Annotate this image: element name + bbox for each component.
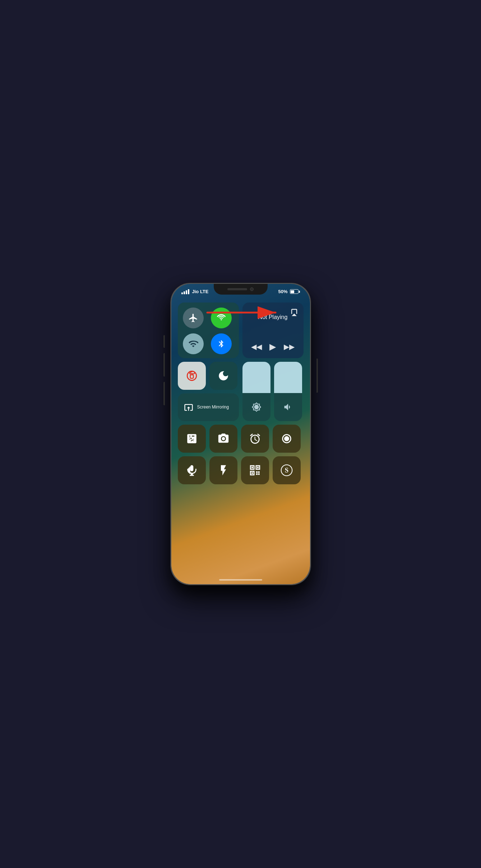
phone-frame: Jio LTE 50% <box>171 283 311 585</box>
app-row-2: S <box>178 456 304 484</box>
battery-icon <box>290 289 300 294</box>
phone-screen: Jio LTE 50% <box>171 284 310 584</box>
signal-bar-1 <box>181 292 183 294</box>
app-row-1 <box>178 425 304 453</box>
shazam-icon: S <box>281 464 293 476</box>
play-button[interactable]: ▶ <box>269 342 276 352</box>
flashlight-icon <box>217 464 230 476</box>
svg-text:S: S <box>285 466 288 474</box>
status-left: Jio LTE <box>181 289 209 294</box>
svg-rect-3 <box>190 375 193 378</box>
screen-record-icon <box>281 433 293 445</box>
airplay-icon[interactable] <box>289 307 299 317</box>
qr-scanner-icon <box>249 464 261 476</box>
battery-body <box>290 289 299 294</box>
battery-percentage: 50% <box>278 289 287 294</box>
moon-icon <box>217 370 230 382</box>
brightness-track-top <box>242 362 270 393</box>
qr-scanner-button[interactable] <box>241 456 269 484</box>
brightness-track-bottom <box>242 393 270 421</box>
rewind-button[interactable]: ◀◀ <box>251 342 262 351</box>
clock-button[interactable] <box>241 425 269 453</box>
home-indicator[interactable] <box>219 579 262 581</box>
bluetooth-icon <box>217 340 226 348</box>
svg-rect-17 <box>256 474 257 475</box>
svg-rect-18 <box>258 474 259 475</box>
svg-rect-16 <box>258 471 259 473</box>
screen-record-button[interactable] <box>273 425 301 453</box>
calculator-button[interactable] <box>178 425 206 453</box>
screen-mirroring-button[interactable]: Screen Mirroring <box>178 393 239 421</box>
mute-button[interactable] <box>163 335 165 348</box>
rotation-lock-icon <box>186 370 198 382</box>
screen-mirror-label: Screen Mirroring <box>197 405 229 410</box>
calculator-icon <box>186 433 198 445</box>
phone-wrapper: Jio LTE 50% <box>165 280 316 588</box>
bluetooth-button[interactable] <box>211 333 232 354</box>
brightness-icon <box>251 402 262 412</box>
signal-bar-3 <box>186 290 187 294</box>
signal-bar-2 <box>184 291 185 294</box>
do-not-disturb-button[interactable] <box>209 362 237 390</box>
camera-icon <box>217 433 230 445</box>
camera-button[interactable] <box>209 425 237 453</box>
media-controls: ◀◀ ▶ ▶▶ <box>248 342 299 353</box>
arrow-svg <box>200 304 286 322</box>
svg-rect-13 <box>251 472 253 474</box>
fast-forward-button[interactable]: ▶▶ <box>284 342 295 351</box>
arrow-annotation <box>200 304 286 322</box>
status-right: 50% <box>278 289 300 294</box>
svg-rect-11 <box>251 467 253 468</box>
alarm-icon <box>249 433 261 445</box>
brightness-slider[interactable] <box>242 362 270 421</box>
power-button[interactable] <box>316 359 318 393</box>
control-center: Not Playing ◀◀ ▶ ▶▶ <box>178 303 304 484</box>
flashlight-button[interactable] <box>209 456 237 484</box>
airplane-icon <box>188 313 198 323</box>
volume-track-bottom <box>274 393 302 421</box>
signal-strength-icon <box>181 289 189 294</box>
screen-mirror-icon <box>184 402 194 412</box>
svg-rect-12 <box>257 467 258 468</box>
volume-icon <box>283 402 293 412</box>
svg-rect-15 <box>256 471 257 473</box>
volume-slider[interactable] <box>274 362 302 421</box>
svg-point-5 <box>284 436 289 441</box>
carrier-name: Jio LTE <box>192 289 209 294</box>
battery-fill <box>291 290 294 293</box>
speaker-grille <box>227 288 247 290</box>
rotation-lock-button[interactable] <box>178 362 206 390</box>
shazam-button[interactable]: S <box>273 456 301 484</box>
notch <box>214 284 268 295</box>
front-camera <box>250 287 254 291</box>
volume-track-top <box>274 362 302 393</box>
wifi-button[interactable] <box>183 333 204 354</box>
tiles-sliders-row: Screen Mirroring <box>178 362 304 421</box>
signal-bar-4 <box>188 289 189 294</box>
volume-down-button[interactable] <box>163 382 165 405</box>
voice-memos-icon <box>186 464 198 476</box>
volume-up-button[interactable] <box>163 353 165 377</box>
battery-tip <box>299 291 300 293</box>
voice-memos-button[interactable] <box>178 456 206 484</box>
wifi-icon <box>188 339 198 349</box>
